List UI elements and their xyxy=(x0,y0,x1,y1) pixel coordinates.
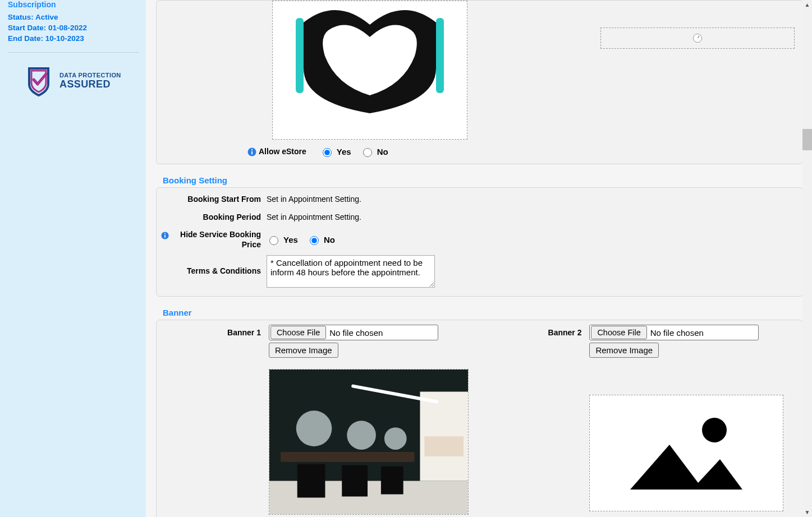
svg-point-13 xyxy=(347,421,376,450)
logo-preview xyxy=(272,1,467,140)
data-protection-badge: DATA PROTECTION ASSURED xyxy=(21,64,139,99)
image-placeholder-icon xyxy=(625,411,748,495)
salon-photo-icon xyxy=(269,369,468,515)
radio-label-yes: Yes xyxy=(337,147,351,156)
banner-1-preview xyxy=(269,369,469,515)
booking-period-label: Booking Period xyxy=(161,210,267,223)
svg-rect-0 xyxy=(296,18,304,93)
booking-start-from-label: Booking Start From xyxy=(161,192,267,205)
banner-1-file-status: No file chosen xyxy=(329,328,383,338)
subscription-title: Subscription xyxy=(8,0,139,9)
vertical-scrollbar[interactable]: ▲ ▼ xyxy=(802,0,812,517)
allow-estore-no-radio[interactable] xyxy=(363,148,372,157)
banner-2-file-status: No file chosen xyxy=(650,328,704,338)
terms-label: Terms & Conditions xyxy=(161,255,267,276)
banner-1-choose-button[interactable]: Choose File xyxy=(270,326,326,339)
banner-2-label: Banner 2 xyxy=(482,325,588,337)
terms-textarea[interactable] xyxy=(267,255,435,288)
svg-rect-10 xyxy=(420,392,468,481)
banner-header: Banner xyxy=(156,303,803,320)
hide-price-label: Hide Service Booking Price xyxy=(171,230,261,250)
radio-label-yes: Yes xyxy=(283,235,298,244)
scroll-down-arrow-icon[interactable]: ▼ xyxy=(802,507,812,517)
allow-estore-yes-radio[interactable] xyxy=(323,148,332,157)
svg-point-12 xyxy=(296,410,332,446)
allow-estore-label: Allow eStore xyxy=(259,147,306,157)
banner-1-file-input[interactable]: Choose File No file chosen xyxy=(269,325,438,340)
banner-2-choose-button[interactable]: Choose File xyxy=(591,326,646,339)
subscription-start: Start Date: 01-08-2022 xyxy=(8,23,139,34)
booking-setting-header: Booking Setting xyxy=(156,171,803,187)
divider xyxy=(8,52,139,53)
banner-2-col: Banner 2 Choose File No file chosen Remo… xyxy=(482,325,799,515)
banner-2-preview xyxy=(589,395,783,511)
banner-1-remove-button[interactable]: Remove Image xyxy=(269,343,338,358)
allow-estore-yes[interactable]: Yes xyxy=(320,146,351,157)
svg-rect-16 xyxy=(297,464,325,498)
hide-price-no-radio[interactable] xyxy=(310,236,319,245)
info-icon[interactable] xyxy=(247,147,256,156)
svg-rect-15 xyxy=(281,452,415,462)
svg-point-20 xyxy=(702,418,727,442)
banner-2-file-input[interactable]: Choose File No file chosen xyxy=(589,325,759,340)
svg-point-7 xyxy=(164,233,166,234)
shield-check-icon xyxy=(21,64,56,99)
svg-rect-3 xyxy=(251,151,253,154)
dp-line2: ASSURED xyxy=(59,79,121,90)
banner-1-col: Banner 1 Choose File No file chosen Remo… xyxy=(161,325,478,515)
booking-start-from-value: Set in Appointment Setting. xyxy=(267,192,798,204)
sidebar: Subscription Status: Active Start Date: … xyxy=(0,0,146,517)
radio-label-no: No xyxy=(377,147,388,156)
banner-1-label: Banner 1 xyxy=(161,325,267,337)
svg-rect-18 xyxy=(381,467,403,495)
svg-rect-6 xyxy=(164,235,166,238)
banner-2-remove-button[interactable]: Remove Image xyxy=(589,343,659,358)
small-image-placeholder xyxy=(600,27,795,49)
svg-rect-19 xyxy=(424,436,464,456)
hide-price-yes-radio[interactable] xyxy=(269,236,278,245)
loading-spinner-icon xyxy=(693,34,702,43)
hide-price-yes[interactable]: Yes xyxy=(267,234,298,245)
allow-estore-no[interactable]: No xyxy=(360,146,388,157)
subscription-status: Status: Active xyxy=(8,12,139,23)
hands-heart-logo-icon xyxy=(274,1,465,138)
info-icon[interactable] xyxy=(161,231,169,240)
main-content: Allow eStore Yes No xyxy=(146,0,812,517)
subscription-end: End Date: 10-10-2023 xyxy=(8,34,139,44)
svg-rect-1 xyxy=(436,18,444,93)
svg-point-14 xyxy=(384,427,407,450)
hide-price-no[interactable]: No xyxy=(307,234,335,245)
scroll-thumb[interactable] xyxy=(802,129,812,150)
booking-period-value: Set in Appointment Setting. xyxy=(267,210,798,221)
svg-point-4 xyxy=(251,149,253,150)
radio-label-no: No xyxy=(324,235,335,244)
svg-rect-17 xyxy=(342,465,368,497)
scroll-up-arrow-icon[interactable]: ▲ xyxy=(802,0,812,10)
